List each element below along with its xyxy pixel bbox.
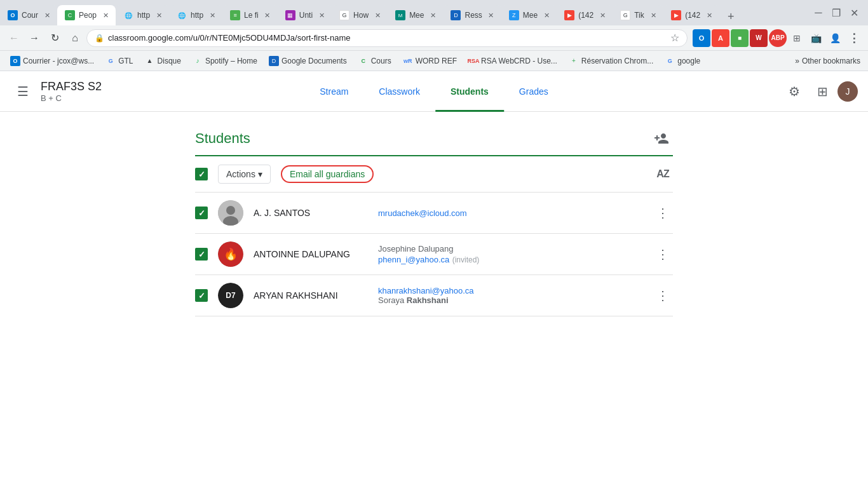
profile-icon[interactable]: 👤 <box>826 29 844 47</box>
stream-tab-label: Stream <box>320 86 348 97</box>
minimize-button[interactable]: ─ <box>810 4 827 22</box>
google-icon[interactable]: ■ <box>731 29 749 47</box>
tab-close-4[interactable]: ✕ <box>207 10 217 20</box>
tab-close-7[interactable]: ✕ <box>372 10 383 20</box>
settings-icon[interactable]: ⚙ <box>782 79 807 104</box>
apps-icon[interactable]: ⊞ <box>810 79 835 104</box>
add-student-button[interactable] <box>650 127 673 150</box>
forward-button[interactable]: → <box>25 29 43 47</box>
tab-label-7: How <box>353 11 369 20</box>
tab-close-3[interactable]: ✕ <box>154 10 164 20</box>
email-all-guardians-button[interactable]: Email all guardians <box>281 165 374 183</box>
select-all-checkbox[interactable] <box>195 168 208 180</box>
student-checkbox-1[interactable] <box>195 207 208 219</box>
browser-tab-9[interactable]: D Ress ✕ <box>443 5 501 25</box>
tab-close-12[interactable]: ✕ <box>648 10 658 20</box>
browser-tab-13[interactable]: ▶ (142 ✕ <box>663 5 719 25</box>
grid-icon[interactable]: ⊞ <box>788 29 806 47</box>
student-more-button-3[interactable]: ⋮ <box>653 285 673 306</box>
browser-tab-4[interactable]: 🌐 http ✕ <box>169 5 222 25</box>
browser-tab-2[interactable]: C Peop ✕ <box>57 5 116 25</box>
new-tab-button[interactable]: + <box>722 8 740 25</box>
tab-stream[interactable]: Stream <box>304 71 363 112</box>
svg-point-1 <box>226 206 235 215</box>
browser-tab-12[interactable]: G Tik ✕ <box>613 5 663 25</box>
bookmark-more[interactable]: » Other bookmarks <box>792 53 863 69</box>
bookmark-gtl[interactable]: G GTL <box>100 53 138 69</box>
tab-close-8[interactable]: ✕ <box>428 10 438 20</box>
student-checkbox-2[interactable] <box>195 248 208 261</box>
tab-close-5[interactable]: ✕ <box>262 10 273 20</box>
bookmark-wordref[interactable]: wR WORD REF <box>398 53 462 69</box>
antoinne-avatar: 🔥 <box>218 241 243 267</box>
bookmark-cours[interactable]: C Cours <box>353 53 397 69</box>
browser-tab-6[interactable]: ▦ Unti ✕ <box>278 5 332 25</box>
az-sort-label: AZ <box>656 168 668 180</box>
word-icon[interactable]: W <box>750 29 768 47</box>
tab-favicon-10: Z <box>509 10 519 20</box>
cast-icon[interactable]: 📺 <box>807 29 825 47</box>
bookmark-spotify[interactable]: ♪ Spotify – Home <box>187 53 262 69</box>
close-button[interactable]: ✕ <box>845 4 863 22</box>
aryan-avatar: D7 <box>218 283 243 308</box>
extensions-icon[interactable]: O <box>693 29 710 47</box>
actions-dropdown-arrow: ▾ <box>258 169 262 179</box>
browser-tab-7[interactable]: G How ✕ <box>332 5 388 25</box>
tab-label-10: Mee <box>523 11 538 20</box>
tab-favicon-4: 🌐 <box>177 10 187 20</box>
reload-button[interactable]: ↻ <box>46 29 64 47</box>
class-title-area: FRAF3S S2 B + C <box>41 80 102 103</box>
browser-tab-1[interactable]: O Cour ✕ <box>0 5 57 25</box>
user-avatar[interactable]: J <box>837 81 858 102</box>
student-checkbox-3[interactable] <box>195 289 208 302</box>
browser-tab-3[interactable]: 🌐 http ✕ <box>116 5 169 25</box>
tab-close-9[interactable]: ✕ <box>486 10 496 20</box>
browser-tab-8[interactable]: M Mee ✕ <box>388 5 443 25</box>
browser-tab-11[interactable]: ▶ (142 ✕ <box>557 5 613 25</box>
bookmark-google[interactable]: G google <box>660 53 705 69</box>
adobe-icon[interactable]: A <box>712 29 729 47</box>
bookmark-rsa[interactable]: RSA RSA WebCRD - Use... <box>463 53 562 69</box>
bookmark-favicon-gdocs: D <box>269 56 279 66</box>
maximize-button[interactable]: ❐ <box>827 4 845 22</box>
guardian-email-row-2: phenn_i@yahoo.ca (invited) <box>378 254 642 265</box>
tab-people[interactable]: Students <box>435 71 504 112</box>
star-icon[interactable]: ☆ <box>670 32 679 44</box>
actions-dropdown[interactable]: Actions ▾ <box>218 165 271 184</box>
student-row-3: D7 ARYAN RAKHSHANI khanrakhshani@yahoo.c… <box>195 275 673 316</box>
tab-favicon-5: ≡ <box>230 10 240 20</box>
menu-dots-icon[interactable]: ⋮ <box>845 29 863 47</box>
back-button[interactable]: ← <box>5 29 23 47</box>
tab-close-11[interactable]: ✕ <box>597 10 607 20</box>
browser-tab-10[interactable]: Z Mee ✕ <box>501 5 557 25</box>
abp-icon[interactable]: ABP <box>769 29 787 47</box>
address-bar[interactable]: 🔒 classroom.google.com/u/0/r/NTE0Mjc5ODU… <box>86 29 688 47</box>
tab-favicon-3: 🌐 <box>123 10 133 20</box>
student-avatar-2: 🔥 <box>218 241 243 267</box>
bookmark-reservation[interactable]: + Réservation Chrom... <box>564 53 658 69</box>
hamburger-menu-icon[interactable]: ☰ <box>10 79 36 104</box>
tab-classwork[interactable]: Classwork <box>363 71 435 112</box>
bookmark-disque[interactable]: ▲ Disque <box>140 53 186 69</box>
tab-close-2[interactable]: ✕ <box>100 10 111 20</box>
bookmark-favicon-courrier: O <box>10 56 20 66</box>
guardian-email-1[interactable]: mrudachek@icloud.com <box>378 208 642 218</box>
student-more-button-1[interactable]: ⋮ <box>653 203 673 223</box>
tab-close-6[interactable]: ✕ <box>316 10 327 20</box>
tab-grades[interactable]: Grades <box>504 71 564 112</box>
tab-close-1[interactable]: ✕ <box>42 10 52 20</box>
guardian-email-3[interactable]: khanrakhshani@yahoo.ca <box>378 286 642 295</box>
tab-label-12: Tik <box>634 11 644 20</box>
student-more-button-2[interactable]: ⋮ <box>653 244 673 264</box>
actions-row: Actions ▾ Email all guardians AZ <box>195 156 673 193</box>
bookmark-gdocs[interactable]: D Google Documents <box>264 53 352 69</box>
student-row-1: A. J. SANTOS mrudachek@icloud.com ⋮ <box>195 193 673 234</box>
bookmark-courrier[interactable]: O Courrier - jcox@ws... <box>5 53 99 69</box>
tab-close-13[interactable]: ✕ <box>704 10 714 20</box>
home-button[interactable]: ⌂ <box>66 29 84 47</box>
guardian-email-2[interactable]: phenn_i@yahoo.ca <box>378 255 449 264</box>
student-info-1: mrudachek@icloud.com <box>378 208 642 218</box>
sort-az-button[interactable]: AZ <box>653 164 673 184</box>
tab-close-10[interactable]: ✕ <box>541 10 552 20</box>
browser-tab-5[interactable]: ≡ Le fi ✕ <box>222 5 278 25</box>
